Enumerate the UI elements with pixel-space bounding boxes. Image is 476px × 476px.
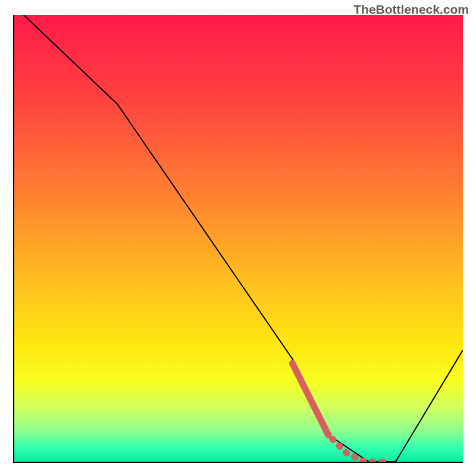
chart-curves: [14, 15, 463, 462]
highlighted-segment: [292, 364, 391, 462]
bottleneck-curve: [14, 15, 463, 462]
chart-plot-area: [13, 15, 463, 463]
watermark-text: TheBottleneck.com: [353, 2, 469, 17]
